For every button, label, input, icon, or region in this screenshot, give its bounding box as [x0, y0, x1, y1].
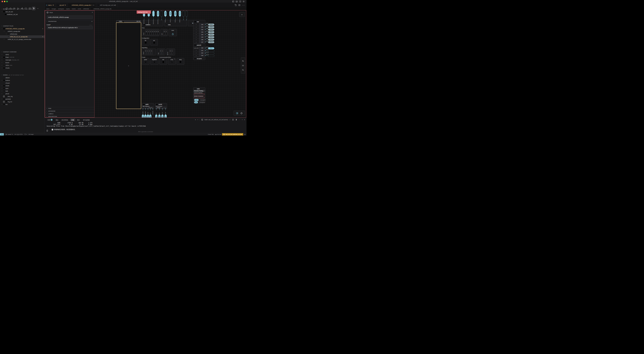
context-files-header[interactable]: › CONTEXT FILES	[1, 25, 44, 27]
node-item-aliases[interactable]: aliases	[0, 76, 45, 79]
remove-icon[interactable]: ×	[198, 48, 199, 48]
node-item-leds[interactable]: ›leds	[0, 90, 45, 92]
pin-flag[interactable]: P0.04	[157, 10, 159, 20]
direction-finding-header[interactable]: Direction Finding	[194, 90, 205, 92]
remote-indicator[interactable]: ><	[0, 133, 4, 136]
dppic-block[interactable]: dppic 0ϟ1ϟ2ϟ3ϟ	[142, 48, 156, 55]
add-channel-button[interactable]: +	[194, 36, 199, 38]
adc-channel-row[interactable]: + CH2	[194, 28, 205, 31]
uicr-block[interactable]: uicr	[150, 39, 158, 45]
spi00-block[interactable]: spi00 Max Frequency 8MHz	[142, 103, 154, 109]
pin-flag[interactable]: P1.06	[208, 28, 214, 30]
zoom-out-icon[interactable]	[242, 69, 244, 71]
close-panel-icon[interactable]: ×	[92, 11, 93, 13]
tab-main-c[interactable]: C main.cM	[45, 3, 56, 7]
ram-region[interactable]: +	[116, 22, 141, 109]
node-item-pinctrl[interactable]: ›pinctrl	[0, 92, 45, 95]
gpiote-instance-cell[interactable]: 0	[169, 49, 171, 55]
terminal-dropdown-chevron[interactable]: ∨	[198, 119, 198, 120]
power-block[interactable]: power	[142, 58, 149, 65]
maximize-panel-chevron[interactable]: ∧	[242, 119, 242, 120]
egu-block[interactable]: egu 0ϟ1ϟ	[157, 48, 165, 55]
tab-problems[interactable]: 问题11	[46, 118, 54, 121]
overview-item-gpio[interactable]: › GPIO	[0, 53, 45, 56]
breadcrumb-file[interactable]: nrf54l15dk_nrf54l15_cpuapp.dts	[94, 8, 111, 9]
timer-instance-cell[interactable]: 4	[153, 30, 155, 35]
pin-flag[interactable]: P2.07	[174, 10, 176, 20]
pin-flag[interactable]	[182, 10, 184, 20]
tree-item-common-dtsi[interactable]: › nrf54l_05_10_15_cpuapp_common.dtsi	[0, 38, 45, 41]
overview-item-interrupts[interactable]: › Interrupts &cpuapp_nvic	[0, 59, 45, 61]
add-channel-button[interactable]: +	[194, 31, 199, 33]
egu-instance-cell[interactable]: 0ϟ	[160, 49, 162, 55]
wdt-block[interactable]: wdt 01	[160, 29, 168, 36]
add-channel-button[interactable]: +	[194, 54, 199, 57]
overview-item-adcs[interactable]: › ADCs &adc	[0, 64, 45, 67]
add-channel-button[interactable]: +	[194, 52, 199, 54]
notifications-bell-icon[interactable]	[243, 134, 246, 135]
pin-flag[interactable]: RTS P1.06	[161, 109, 164, 118]
add-node-button[interactable]: +	[239, 12, 245, 17]
tree-item-cpuapp-dtsi[interactable]: › nrf54l15_cpuapp.dtsi	[0, 30, 45, 33]
pin-flag[interactable]: CS P2.05	[149, 109, 152, 118]
pin-flag[interactable]	[208, 55, 214, 57]
add-channel-button[interactable]: +	[194, 49, 199, 52]
add-property-button[interactable]: +	[92, 20, 92, 22]
dppic-instance-cell[interactable]: 2ϟ	[149, 49, 150, 55]
adc-channel-row[interactable]: + CH0	[194, 23, 205, 26]
pin-flag[interactable]: WAKE	[152, 109, 154, 118]
node-item-soc[interactable]: ›soc	[0, 103, 45, 106]
checkbox-checked[interactable]: ✓	[3, 96, 5, 97]
temp-block[interactable]: temp	[176, 58, 184, 65]
add-channel-button[interactable]: +	[194, 26, 199, 28]
close-tab-icon[interactable]: ×	[94, 4, 94, 6]
radio-link-pill[interactable]: FEM Unassigned	[194, 101, 204, 103]
adc-channel-row[interactable]: + CH3	[194, 31, 205, 33]
split-editor-icon[interactable]	[238, 4, 240, 6]
gpiote-instance-cell[interactable]: 1	[172, 49, 173, 55]
labels-section[interactable]: ›LABELS	[45, 112, 94, 115]
tab-nrf-kconfig[interactable]: nRF Kconfig (uart_ctrl_led)	[96, 3, 118, 7]
pin-flag[interactable]: P1.14	[179, 10, 181, 20]
clock-block[interactable]: clock	[168, 29, 177, 36]
open-changes-icon[interactable]	[235, 4, 237, 6]
ram-block-header[interactable]: RAM 188 KiB	[116, 20, 141, 22]
dppic-instance-cell[interactable]: 1ϟ	[147, 49, 148, 55]
uart20-block[interactable]: uart20 Current Speed 115200∨	[155, 103, 167, 109]
pin-flag[interactable]	[186, 10, 188, 20]
compatible-input[interactable]: nordic,nrf54l15dk_nrf54l15-cpuapp	[47, 15, 93, 19]
node-item-psa-rng[interactable]: ✓psa_rng	[0, 95, 45, 98]
pwm-channel-row[interactable]: +CH1	[194, 49, 205, 52]
buttons-block[interactable]: buttons	[142, 20, 163, 26]
new-terminal-button[interactable]: +	[195, 119, 196, 121]
timer-instance-cell[interactable]: 6	[157, 30, 159, 35]
wdt-instance-cell[interactable]: 1	[166, 30, 167, 35]
pin-flag[interactable]: MOSI P2.02	[144, 109, 146, 118]
breadcrumb-item[interactable]: nordic›	[78, 8, 82, 9]
breadcrumb[interactable]: Users›mengdu›workspace›zephyr›boards›nor…	[45, 7, 246, 10]
split-terminal-icon[interactable]	[232, 119, 234, 121]
comp-block[interactable]: comp ϟ	[168, 58, 176, 65]
ficr-block[interactable]: ficr	[142, 39, 149, 45]
radio-link-pill[interactable]: COEX Unassigned	[194, 99, 204, 101]
pin-flag[interactable]: P1.04	[208, 23, 214, 25]
node-item-pwmleds[interactable]: ›pwmleds	[0, 98, 45, 100]
dppic-instance-cell[interactable]: 3ϟ	[151, 49, 152, 55]
timer-instance-cell[interactable]: 3	[152, 30, 153, 35]
node-item-buttons[interactable]: ›buttons	[0, 79, 45, 82]
pwm20-block[interactable]: pwm20 pwm_led1 × CH0 +CH1 +CH2 +CH3	[193, 43, 205, 57]
tree-item-nrf54l15-dtsi[interactable]: › nrf54l15.dtsi	[0, 33, 45, 35]
node-item-clocks[interactable]: ›clocks	[0, 84, 45, 87]
context-overview-header[interactable]: › CONTEXT OVERVIEW	[1, 51, 44, 53]
overview-item-flash[interactable]: › Flash 1428 KiB	[0, 56, 45, 59]
git-branch-item[interactable]: master* ↻	[5, 134, 14, 135]
toggle-sidebar-icon[interactable]	[232, 0, 234, 2]
toast-close-icon[interactable]: ×	[149, 11, 150, 13]
build-contexts-header[interactable]: › BUILD CONTEXTS for nrf54l15dk_nrf54l15…	[1, 8, 44, 10]
tab-ports[interactable]: 端口	[76, 118, 81, 121]
blocks-view-icon[interactable]	[236, 112, 238, 114]
gpiote-block[interactable]: gpiote 01	[166, 48, 175, 55]
ports-item[interactable]: 0	[24, 134, 28, 135]
pin-flag[interactable]: P1.07	[208, 31, 214, 33]
pin-flag[interactable]: TX P1.04	[155, 109, 158, 118]
